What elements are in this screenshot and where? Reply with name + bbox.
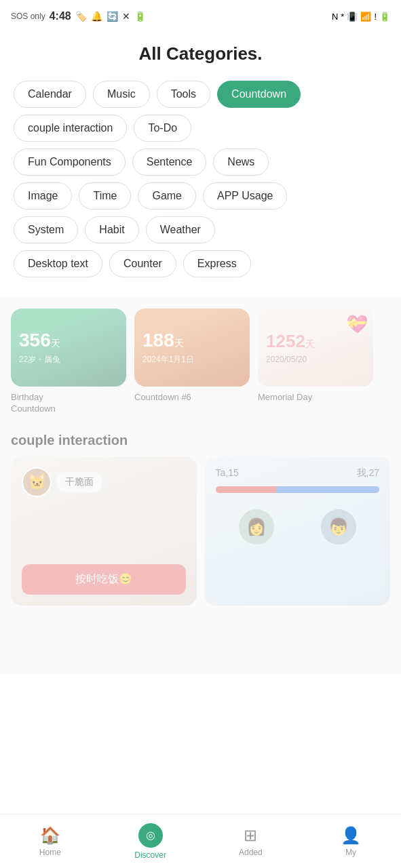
chip-image[interactable]: Image xyxy=(14,182,72,210)
chip-app-usage[interactable]: APP Usage xyxy=(203,182,287,210)
progress-bar xyxy=(216,486,380,493)
chip-desktop-text[interactable]: Desktop text xyxy=(14,250,102,277)
content-area: 356天 22岁・属兔 188天 2024年1月1日 💝 xyxy=(0,298,401,673)
status-icon-sync: 🔄 xyxy=(107,11,118,22)
card-label-countdown6: Countdown #6 xyxy=(134,392,250,419)
chip-time[interactable]: Time xyxy=(79,182,131,210)
bottom-nav: 🏠 Home ◎ Discover ⊞ Added 👤 My xyxy=(0,814,401,868)
category-row-4: Image Time Game APP Usage xyxy=(14,182,387,210)
cards-labels: Birthday Countdown Countdown #6 Memorial… xyxy=(11,387,390,419)
home-icon: 🏠 xyxy=(40,826,60,845)
card-label-birthday: Birthday Countdown xyxy=(11,392,126,419)
couple-cards: 🐱 干脆面 按时吃饭😊 Ta,15 我,27 👩 xyxy=(0,456,401,673)
status-icon-vibrate: 📳 xyxy=(347,12,358,22)
chat-bubble: 干脆面 xyxy=(57,472,102,492)
categories-section: Calendar Music Tools Countdown couple in… xyxy=(0,73,401,298)
chip-todo[interactable]: To-Do xyxy=(134,115,191,142)
cards-section: 356天 22岁・属兔 188天 2024年1月1日 💝 xyxy=(0,298,401,419)
stats-me: 我,27 xyxy=(357,467,379,479)
added-icon: ⊞ xyxy=(244,826,257,845)
status-bar: SOS only 4:48 🏷️ 🔔 🔄 ✕ 🔋 N * 📳 📶 ! 🔋 xyxy=(0,0,401,30)
status-icon-tag: 🏷️ xyxy=(75,11,87,22)
status-time: 4:48 xyxy=(50,10,71,22)
card-birthday-days: 356天 xyxy=(19,330,118,351)
cards-row: 356天 22岁・属兔 188天 2024年1月1日 💝 xyxy=(11,309,390,387)
nav-added[interactable]: ⊞ Added xyxy=(201,826,301,857)
my-icon: 👤 xyxy=(341,826,361,845)
chip-tools[interactable]: Tools xyxy=(157,81,210,108)
discover-icon: ◎ xyxy=(146,829,155,842)
card-label-memorial: Memorial Day xyxy=(258,392,373,419)
nav-home-label: Home xyxy=(39,848,61,857)
nav-discover[interactable]: ◎ Discover xyxy=(100,823,201,860)
chip-countdown[interactable]: Countdown xyxy=(217,81,301,108)
avatars-row: 👩 👦 xyxy=(216,509,380,545)
category-row-2: couple interaction To-Do xyxy=(14,115,387,142)
nav-discover-label: Discover xyxy=(134,850,166,860)
category-row-1: Calendar Music Tools Countdown xyxy=(14,81,387,108)
couple-avatar-1: 👩 xyxy=(239,509,274,545)
category-row-6: Desktop text Counter Express xyxy=(14,250,387,277)
card-memorial-heart: 💝 xyxy=(346,314,368,335)
status-icon-battery: 🔋 xyxy=(379,12,390,22)
card-memorial-sub: 2020/05/20 xyxy=(266,355,365,364)
chip-counter[interactable]: Counter xyxy=(109,250,176,277)
chip-habit[interactable]: Habit xyxy=(85,216,138,243)
chip-fun-components[interactable]: Fun Components xyxy=(14,149,126,176)
page-header: All Categories. xyxy=(0,30,401,73)
card-countdown6[interactable]: 188天 2024年1月1日 xyxy=(134,309,250,387)
cat-avatar: 🐱 xyxy=(22,467,52,497)
stats-row: Ta,15 我,27 xyxy=(216,467,380,479)
chip-game[interactable]: Game xyxy=(138,182,196,210)
nav-added-label: Added xyxy=(239,848,263,857)
card-birthday-sub: 22岁・属兔 xyxy=(19,354,118,366)
chip-calendar[interactable]: Calendar xyxy=(14,81,86,108)
card-memorial[interactable]: 💝 1252天 2020/05/20 xyxy=(258,309,373,387)
status-icon-x: ✕ xyxy=(122,11,130,22)
page-title: All Categories. xyxy=(11,43,390,64)
discover-circle: ◎ xyxy=(138,823,163,848)
status-icon-battery-small: 🔋 xyxy=(134,11,146,22)
chip-couple-interaction[interactable]: couple interaction xyxy=(14,115,127,142)
category-row-3: Fun Components Sentence News xyxy=(14,149,387,176)
progress-blue xyxy=(276,486,379,493)
chip-sentence[interactable]: Sentence xyxy=(132,149,207,176)
status-icon-wifi: 📶 xyxy=(360,12,371,22)
status-icon-alert: ! xyxy=(374,12,377,22)
sos-label: SOS only xyxy=(11,12,45,21)
chip-news[interactable]: News xyxy=(213,149,269,176)
status-icon-nfc: N xyxy=(332,12,338,22)
couple-card-1[interactable]: 🐱 干脆面 按时吃饭😊 xyxy=(11,456,197,606)
bubble-row: 🐱 干脆面 xyxy=(22,467,186,497)
eat-button[interactable]: 按时吃饭😊 xyxy=(22,564,186,595)
status-icon-bell: 🔔 xyxy=(91,11,102,22)
nav-my[interactable]: 👤 My xyxy=(301,826,401,857)
category-row-5: System Habit Weather xyxy=(14,216,387,243)
progress-red xyxy=(216,486,276,493)
couple-section-title: couple interaction xyxy=(0,419,401,456)
nav-home[interactable]: 🏠 Home xyxy=(0,826,100,857)
card-countdown6-sub: 2024年1月1日 xyxy=(142,354,242,366)
card-countdown6-days: 188天 xyxy=(142,330,242,351)
chip-system[interactable]: System xyxy=(14,216,78,243)
couple-avatar-2: 👦 xyxy=(321,509,356,545)
stats-ta: Ta,15 xyxy=(216,467,239,479)
card-birthday[interactable]: 356天 22岁・属兔 xyxy=(11,309,126,387)
status-icon-bt: * xyxy=(341,12,344,22)
nav-my-label: My xyxy=(345,848,356,857)
chip-express[interactable]: Express xyxy=(183,250,251,277)
couple-card-2[interactable]: Ta,15 我,27 👩 👦 xyxy=(205,456,391,606)
chip-weather[interactable]: Weather xyxy=(146,216,215,243)
chip-music[interactable]: Music xyxy=(93,81,150,108)
